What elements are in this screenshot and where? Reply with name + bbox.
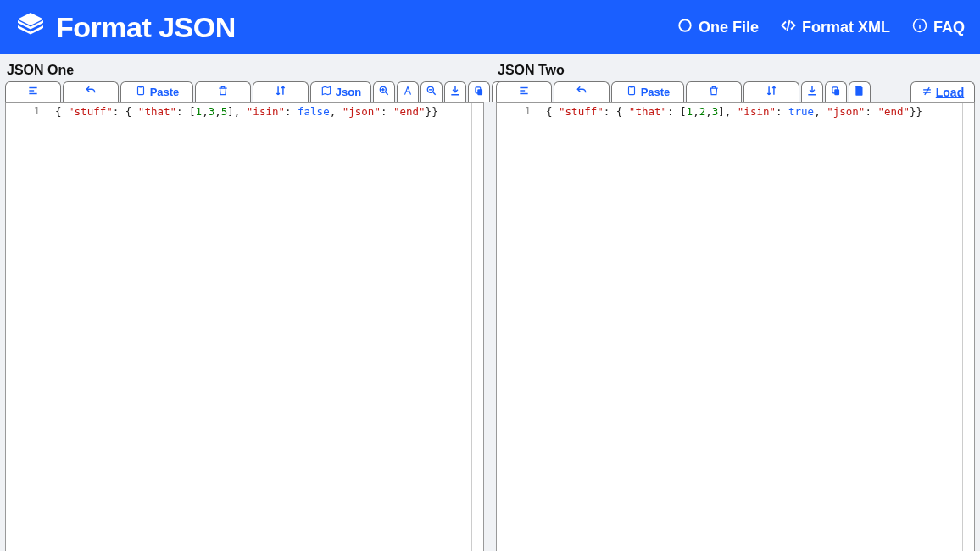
svg-line-10 [386, 92, 388, 95]
download-button[interactable] [801, 81, 823, 102]
download-icon [449, 85, 461, 99]
layers-icon [15, 10, 46, 44]
app-header: Format JSON One File Format XML FAQ [0, 0, 980, 54]
json-label: Json [336, 86, 361, 98]
format-button[interactable] [5, 81, 61, 102]
copy-icon [473, 85, 485, 99]
file-button[interactable] [849, 81, 871, 102]
copy-icon [830, 85, 842, 99]
paste-button[interactable]: Paste [120, 81, 193, 102]
copy-button[interactable] [825, 81, 847, 102]
align-icon [27, 85, 39, 99]
map-icon [320, 85, 332, 99]
load-button[interactable]: Load [910, 81, 975, 102]
delete-button[interactable] [195, 81, 251, 102]
zoom-out-button[interactable] [420, 81, 443, 102]
nav-one-file-label: One File [699, 19, 759, 36]
trash-icon [217, 85, 229, 99]
code-one[interactable]: { "stuff": { "that": [1,3,5], "isin": fa… [47, 103, 471, 551]
download-icon [806, 85, 818, 99]
editor-one[interactable]: 1 { "stuff": { "that": [1,3,5], "isin": … [5, 102, 484, 551]
line-number: 1 [6, 105, 40, 117]
load-label: Load [936, 86, 964, 99]
nav-one-file[interactable]: One File [677, 18, 759, 37]
sort-button[interactable] [253, 81, 309, 102]
logo-area: Format JSON [15, 10, 236, 44]
undo-icon [576, 85, 587, 99]
header-nav: One File Format XML FAQ [677, 18, 965, 37]
zoom-in-button[interactable] [373, 81, 395, 102]
svg-rect-7 [137, 86, 143, 94]
undo-button[interactable] [554, 81, 610, 102]
zoom-in-icon [378, 85, 390, 99]
gutter-two: 1 [497, 103, 537, 551]
clipboard-icon [626, 85, 638, 99]
line-number: 1 [497, 105, 531, 117]
clipboard-icon [135, 85, 147, 99]
json-button[interactable]: Json [310, 81, 371, 102]
pane-json-one: JSON One Paste Json 1 { "stuff": { "that… [5, 61, 484, 551]
pane-two-toolbar: Paste Load [496, 81, 975, 102]
svg-rect-22 [630, 86, 633, 87]
download-button[interactable] [444, 81, 466, 102]
pane-two-title: JSON Two [498, 63, 975, 78]
sort-icon [275, 85, 287, 99]
circle-icon [677, 18, 693, 37]
sort-icon [766, 85, 777, 99]
code-two[interactable]: { "stuff": { "that": [1,2,3], "isin": tr… [537, 103, 962, 551]
trash-icon [708, 85, 720, 99]
nav-faq[interactable]: FAQ [912, 18, 965, 37]
app-title: Format JSON [56, 11, 236, 44]
pane-json-two: JSON Two Paste Load 1 { "stuff": { "that… [496, 61, 975, 551]
editor-two[interactable]: 1 { "stuff": { "that": [1,2,3], "isin": … [496, 102, 975, 551]
delete-button[interactable] [686, 81, 742, 102]
file-icon [854, 85, 866, 99]
svg-rect-24 [834, 89, 839, 95]
sort-button[interactable] [743, 81, 799, 102]
paste-label: Paste [641, 86, 671, 98]
svg-point-0 [679, 19, 691, 31]
nav-faq-label: FAQ [933, 19, 965, 36]
gutter-one: 1 [6, 103, 47, 551]
nav-format-xml-label: Format XML [802, 19, 890, 36]
paste-button[interactable]: Paste [611, 81, 684, 102]
nav-format-xml[interactable]: Format XML [781, 18, 890, 37]
undo-button[interactable] [63, 81, 119, 102]
undo-icon [85, 85, 97, 99]
svg-rect-21 [628, 86, 634, 94]
paste-label: Paste [150, 86, 180, 98]
font-button[interactable] [397, 81, 419, 102]
svg-line-14 [433, 92, 436, 95]
copy-button[interactable] [468, 81, 490, 102]
scrollbar-two[interactable] [962, 103, 974, 551]
zoom-out-icon [426, 85, 437, 99]
svg-rect-17 [477, 89, 482, 95]
info-icon [912, 18, 927, 37]
not-equal-icon [922, 86, 933, 99]
scrollbar-one[interactable] [471, 103, 483, 551]
svg-line-27 [925, 87, 929, 95]
svg-rect-8 [139, 86, 142, 87]
main-area: JSON One Paste Json 1 { "stuff": { "that… [0, 54, 980, 551]
font-icon [402, 85, 414, 99]
pane-one-toolbar: Paste Json [5, 81, 484, 102]
align-icon [518, 85, 530, 99]
pane-one-title: JSON One [7, 63, 484, 78]
code-icon [781, 18, 796, 37]
format-button[interactable] [496, 81, 552, 102]
